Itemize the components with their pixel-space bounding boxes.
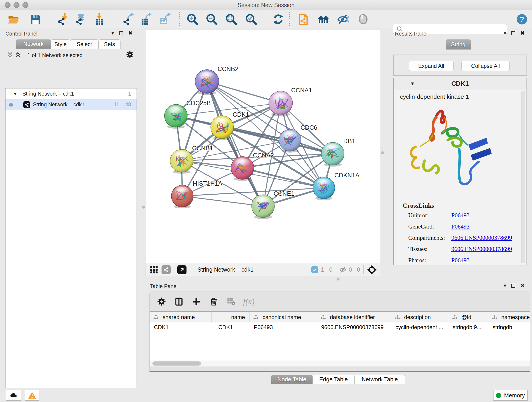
string-network-graph[interactable]: CCNB2CCNA1CDC25BCDK1CDC6RB1CCNB1CCNA2CDK… <box>146 30 380 263</box>
crosslink-row: Pharos: P06493 <box>408 257 516 264</box>
tab-network-table[interactable]: Network Table <box>355 375 405 384</box>
left-splitter-handle[interactable] <box>142 206 145 209</box>
column-header-name[interactable]: name <box>212 312 249 322</box>
column-header-database-identifier[interactable]: database identifier <box>317 312 391 322</box>
tab-select[interactable]: Select <box>70 39 99 49</box>
horizontal-splitter-handle[interactable] <box>336 278 340 281</box>
toggle-bird-eye-icon[interactable] <box>357 13 370 26</box>
table-cell[interactable]: CDK1 <box>150 322 212 332</box>
table-cell[interactable]: cyclin-dependent ... <box>391 322 448 332</box>
add-column-icon[interactable] <box>192 297 201 306</box>
table-cell[interactable]: P06493 <box>249 322 317 332</box>
crosslink-link[interactable]: 9606.ENSP00000378699 <box>451 246 512 252</box>
export-table-icon[interactable] <box>139 13 152 26</box>
column-header-shared-name[interactable]: shared name <box>150 312 212 322</box>
crosslink-link[interactable]: 9606.ENSP00000378699 <box>451 235 512 241</box>
edge-CCNB2-CCNE1[interactable] <box>207 82 263 206</box>
column-header-@id[interactable]: @id <box>448 312 488 322</box>
view-grid-icon[interactable] <box>150 265 158 274</box>
table-cell[interactable]: 9606.ENSP00000378699 <box>317 322 391 332</box>
open-in-string-icon[interactable] <box>177 265 186 274</box>
table-cell[interactable]: CDK1 <box>212 322 249 332</box>
warning-button[interactable] <box>25 390 39 401</box>
network-canvas[interactable]: CCNB2CCNA1CDC25BCDK1CDC6RB1CCNB1CCNA2CDK… <box>145 30 380 263</box>
crosslink-value: P06493 <box>451 212 469 219</box>
import-table-icon[interactable] <box>93 13 106 26</box>
edge-HIST1H1A-CCNE1[interactable] <box>182 196 263 206</box>
network-collection-row[interactable]: ▼ String Network – cdk1 1 <box>6 89 137 99</box>
network-label: String Network – cdk1 <box>33 102 85 108</box>
column-header-canonical-name[interactable]: canonical name <box>249 312 317 322</box>
control-panel-float-icon[interactable] <box>119 31 123 35</box>
hide-selected-icon[interactable] <box>336 13 349 26</box>
node-CDC25B[interactable] <box>165 104 187 128</box>
zoom-selected-icon[interactable] <box>245 13 258 26</box>
table-cell[interactable]: stringdb:9... <box>448 322 488 332</box>
delete-column-icon[interactable] <box>209 297 218 306</box>
results-panel-menu-icon[interactable]: ▾ <box>504 30 506 36</box>
tab-network[interactable]: Network <box>16 39 51 49</box>
birds-eye-toggle-icon[interactable] <box>367 265 377 275</box>
crosslink-link[interactable]: P06493 <box>451 257 469 264</box>
protein-card-header[interactable]: ▼ CDK1 <box>394 78 526 90</box>
selected-checkbox[interactable] <box>311 266 318 273</box>
export-network-icon[interactable] <box>122 13 135 26</box>
control-panel-title: Control Panel <box>6 31 37 37</box>
memory-button[interactable]: Memory <box>493 390 528 401</box>
show-columns-icon[interactable] <box>174 297 184 306</box>
zoom-in-icon[interactable] <box>186 13 199 26</box>
open-session-icon[interactable] <box>7 13 20 26</box>
node-CCNB1[interactable] <box>170 149 193 174</box>
node-CCNA1[interactable] <box>269 91 293 116</box>
collapse-all-button[interactable]: Collapse All <box>462 61 510 71</box>
delete-table-icon <box>227 298 235 306</box>
node-HIST1H1A[interactable] <box>171 185 193 209</box>
table-gear-icon[interactable] <box>157 297 166 306</box>
network-panel-gear-icon[interactable] <box>126 51 134 58</box>
refresh-view-icon[interactable] <box>272 13 285 26</box>
results-scrollbar[interactable] <box>521 91 525 263</box>
tab-node-table[interactable]: Node Table <box>271 375 312 384</box>
tab-edge-table[interactable]: Edge Table <box>312 375 355 384</box>
view-share-icon[interactable] <box>162 265 171 274</box>
cloud-button[interactable] <box>6 390 21 401</box>
zoom-out-icon[interactable] <box>205 13 218 26</box>
table-horizontal-scrollbar[interactable] <box>150 361 530 366</box>
column-label: namespace <box>501 314 530 320</box>
results-panel-close-icon[interactable]: ✖ <box>520 31 525 36</box>
node-RB1[interactable] <box>321 142 344 167</box>
control-panel-menu-icon[interactable]: ▾ <box>111 30 114 36</box>
return-home-icon[interactable] <box>317 13 330 26</box>
node-CCNE1[interactable] <box>252 195 274 219</box>
table-cell[interactable]: stringdb <box>488 322 530 332</box>
crosslink-link[interactable]: P06493 <box>451 223 469 230</box>
help-icon[interactable]: ? <box>515 13 528 26</box>
results-panel-float-icon[interactable] <box>511 31 515 35</box>
node-CDC6[interactable] <box>279 129 301 153</box>
tab-sets[interactable]: Sets <box>99 39 120 49</box>
column-label: canonical name <box>263 314 301 320</box>
column-header-description[interactable]: description <box>391 312 448 322</box>
table-panel-float-icon[interactable] <box>511 284 515 288</box>
network-row[interactable]: String Network – cdk1 11 48 <box>6 99 137 110</box>
tab-style[interactable]: Style <box>51 39 70 49</box>
crosslink-label: Compartments: <box>408 235 451 241</box>
collection-collapse-icon[interactable]: ▼ <box>13 91 17 96</box>
table-panel-close-icon[interactable]: ✖ <box>520 283 525 288</box>
crosslink-row: GeneCard: P06493 <box>408 223 516 230</box>
expand-all-button[interactable]: Expand All <box>409 61 454 71</box>
annotation-mode-icon[interactable] <box>297 13 310 26</box>
tab-string[interactable]: String <box>446 39 471 50</box>
control-panel-close-icon[interactable]: ✖ <box>128 31 133 36</box>
node-CDKN1A[interactable] <box>313 177 335 200</box>
import-network-icon[interactable] <box>56 13 69 26</box>
zoom-fit-icon[interactable] <box>225 13 238 26</box>
table-panel-menu-icon[interactable]: ▾ <box>504 283 506 288</box>
scrollbar-thumb[interactable] <box>152 361 201 366</box>
save-session-icon[interactable] <box>29 13 42 26</box>
crosslink-link[interactable]: P06493 <box>451 212 469 219</box>
svg-text:?: ? <box>520 15 524 24</box>
import-network-from-database-icon[interactable] <box>74 13 87 26</box>
export-image-icon[interactable] <box>159 13 172 26</box>
column-header-namespace[interactable]: namespace <box>488 312 530 322</box>
